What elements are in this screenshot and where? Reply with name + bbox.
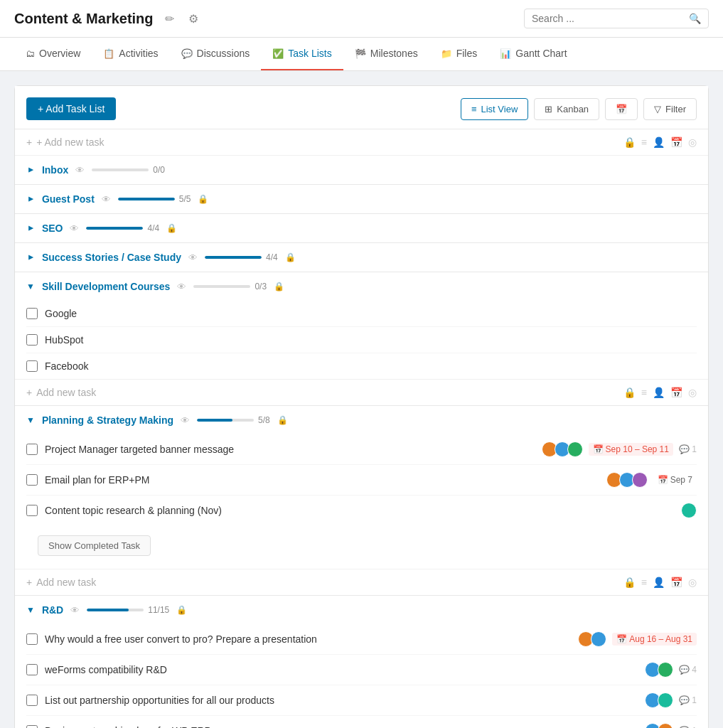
progress-bar-fill <box>87 609 128 611</box>
eye-icon: 👁 <box>102 194 111 205</box>
progress-text: 4/4 <box>147 223 159 233</box>
tab-label-activities: Activities <box>119 48 158 59</box>
chevron-icon: ▼ <box>26 166 36 174</box>
header-left: Content & Marketing ✏ ⚙ <box>14 11 203 27</box>
progress-text: 0/3 <box>255 282 267 291</box>
task-list-header-guest-post[interactable]: ▼ Guest Post 👁 5/5 🔒 <box>15 185 708 213</box>
task-checkbox[interactable] <box>26 360 38 372</box>
task-list-rnd: ▼ R&D 👁 11/15 🔒 Why would a free user co… <box>15 596 708 728</box>
check-circle-icon: ◎ <box>688 136 697 148</box>
add-task-icons: 🔒 ≡ 👤 📅 ◎ <box>623 136 697 148</box>
edit-button[interactable]: ✏ <box>161 11 178 27</box>
lock-small-icon: 🔒 <box>623 387 636 398</box>
add-task-bottom-label: Add new task <box>36 577 96 588</box>
progress-text: 5/5 <box>179 194 191 204</box>
eye-icon: 👁 <box>70 223 79 234</box>
show-completed-button[interactable]: Show Completed Task <box>38 535 151 556</box>
list-icon: ≡ <box>641 136 647 148</box>
progress-text: 0/0 <box>153 165 165 175</box>
tab-label-milestones: Milestones <box>370 48 418 59</box>
task-text: Design partnership plans for WP ERP <box>45 725 638 728</box>
progress-text: 11/15 <box>148 605 169 615</box>
tab-icon-task-lists: ✅ <box>272 48 284 59</box>
list-view-button[interactable]: ≡ List View <box>461 98 528 120</box>
add-task-plus-icon: + <box>26 136 32 148</box>
task-checkbox[interactable] <box>26 633 38 645</box>
task-item: Google <box>26 301 697 327</box>
task-list-name: Planning & Strategy Making <box>42 414 173 426</box>
add-task-bottom-label: Add new task <box>36 387 96 398</box>
add-task-label: + Add new task <box>36 136 104 148</box>
task-checkbox[interactable] <box>26 664 38 675</box>
chevron-icon: ▼ <box>26 415 35 425</box>
progress-bar-fill <box>86 227 143 230</box>
add-plus-icon: + <box>26 387 32 398</box>
task-checkbox[interactable] <box>26 474 38 486</box>
cal-small-icon: 📅 <box>670 387 682 398</box>
progress-text: 5/8 <box>258 415 270 425</box>
tab-activities[interactable]: 📋Activities <box>92 38 169 70</box>
add-task-top-row[interactable]: + + Add new task 🔒 ≡ 👤 📅 ◎ <box>15 129 708 156</box>
tab-overview[interactable]: 🗂Overview <box>14 38 92 70</box>
add-task-bottom-row[interactable]: + Add new task 🔒 ≡ 👤 📅 ◎ <box>15 569 708 595</box>
task-item: Email plan for ERP+PM 📅Sep 7 <box>26 465 697 496</box>
add-task-list-button[interactable]: + Add Task List <box>26 97 116 120</box>
tab-label-task-lists: Task Lists <box>288 48 331 59</box>
tab-files[interactable]: 📁Files <box>429 38 489 70</box>
calendar-button[interactable]: 📅 <box>605 98 638 120</box>
progress-bar <box>118 198 175 200</box>
task-list-inbox: ▼ Inbox 👁 0/0 <box>15 156 708 185</box>
task-list-header-rnd[interactable]: ▼ R&D 👁 11/15 🔒 <box>15 596 708 624</box>
task-checkbox[interactable] <box>26 308 38 319</box>
lock-icon: 🔒 <box>623 136 636 148</box>
task-text: Email plan for ERP+PM <box>45 474 599 486</box>
circle-check-icon: ◎ <box>688 577 697 588</box>
task-checkbox[interactable] <box>26 695 38 706</box>
progress-bar-container: 4/4 <box>86 223 159 233</box>
lock-icon: 🔒 <box>176 605 187 615</box>
task-meta: 💬 1 <box>645 723 697 728</box>
task-list-header-planning-strategy[interactable]: ▼ Planning & Strategy Making 👁 5/8 🔒 <box>15 406 708 434</box>
nav-tabs: 🗂Overview📋Activities💬Discussions✅Task Li… <box>0 38 723 71</box>
task-checkbox[interactable] <box>26 444 38 455</box>
progress-bar <box>205 256 262 259</box>
main-content: + Add Task List ≡ List View ⊞ Kanban 📅 ▽… <box>0 71 723 728</box>
lock-icon: 🔒 <box>166 223 177 233</box>
avatars <box>606 472 648 488</box>
tab-discussions[interactable]: 💬Discussions <box>170 38 262 70</box>
lock-icon: 🔒 <box>198 194 208 204</box>
tab-icon-gantt-chart: 📊 <box>500 48 511 59</box>
task-list-header-success-stories[interactable]: ▼ Success Stories / Case Study 👁 4/4 🔒 <box>15 243 708 272</box>
task-list-header-skill-development[interactable]: ▼ Skill Development Courses 👁 0/3 🔒 <box>15 272 708 301</box>
comment-badge: 💬 1 <box>679 444 697 454</box>
tab-milestones[interactable]: 🏁Milestones <box>343 38 429 70</box>
add-task-bottom-row[interactable]: + Add new task 🔒 ≡ 👤 📅 ◎ <box>15 379 708 405</box>
task-text: Facebook <box>45 360 690 372</box>
filter-button[interactable]: ▽ Filter <box>643 98 697 120</box>
kanban-button[interactable]: ⊞ Kanban <box>534 98 599 120</box>
task-list-planning-strategy: ▼ Planning & Strategy Making 👁 5/8 🔒 Pro… <box>15 406 708 596</box>
task-text: Why would a free user convert to pro? Pr… <box>45 633 571 645</box>
task-list-header-inbox[interactable]: ▼ Inbox 👁 0/0 <box>15 156 708 184</box>
search-input[interactable] <box>532 13 689 24</box>
task-checkbox[interactable] <box>26 334 38 346</box>
page-title: Content & Marketing <box>14 11 154 27</box>
settings-button[interactable]: ⚙ <box>184 11 203 27</box>
calendar-small-icon: 📅 <box>593 444 604 454</box>
date-badge: 📅Aug 16 – Aug 31 <box>612 633 697 646</box>
task-list-guest-post: ▼ Guest Post 👁 5/5 🔒 <box>15 185 708 214</box>
progress-bar <box>193 285 250 288</box>
task-lists-container: ▼ Inbox 👁 0/0 ▼ Guest Post 👁 5/5 🔒 <box>15 156 708 728</box>
tab-gantt-chart[interactable]: 📊Gantt Chart <box>488 38 578 70</box>
progress-bar <box>86 227 143 230</box>
eye-icon: 👁 <box>181 415 190 426</box>
tab-task-lists[interactable]: ✅Task Lists <box>261 38 343 70</box>
task-checkbox[interactable] <box>26 725 38 728</box>
lock-icon: 🔒 <box>274 282 284 291</box>
task-list-header-seo[interactable]: ▼ SEO 👁 4/4 🔒 <box>15 214 708 242</box>
avatar <box>658 692 673 708</box>
calendar-small-icon: 📅 <box>658 475 668 485</box>
task-checkbox[interactable] <box>26 505 38 516</box>
avatar <box>658 723 673 728</box>
progress-bar-fill <box>118 198 175 200</box>
